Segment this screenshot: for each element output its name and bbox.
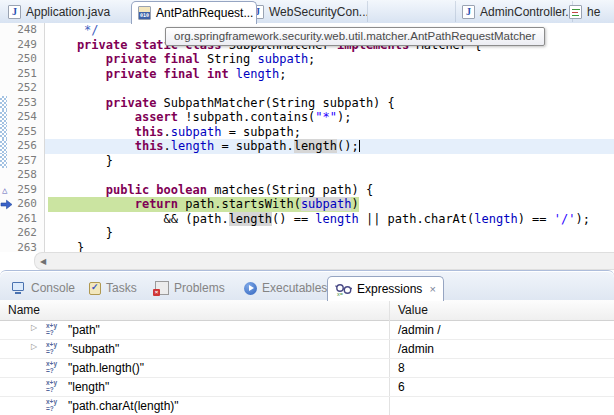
column-header-value[interactable]: Value — [398, 303, 428, 317]
quickdiff-change-marker — [0, 139, 7, 154]
expression-name[interactable]: "length" — [68, 380, 109, 394]
column-header-name[interactable]: Name — [8, 303, 40, 317]
line-number-248[interactable]: 248 — [0, 23, 45, 38]
expression-row[interactable]: ▷x+y=?"subpath"/admin — [0, 340, 614, 359]
tab-label: he — [587, 5, 600, 19]
watch-expression-icon: x+y=? — [46, 399, 64, 412]
tab-problems[interactable]: × Problems — [148, 276, 232, 300]
tab-tasks[interactable]: Tasks — [82, 276, 144, 300]
line-number-261[interactable]: 261 — [0, 212, 45, 227]
expression-name[interactable]: "subpath" — [68, 342, 119, 356]
tab-admincontroller[interactable]: J AdminController... — [455, 1, 573, 22]
expression-name[interactable]: "path" — [68, 323, 100, 337]
tab-label: AntPathRequest... — [156, 6, 253, 20]
method-return-marker-icon: △ — [2, 183, 14, 197]
scroll-left-arrow-icon[interactable]: ◀ — [35, 257, 51, 266]
quickdiff-change-marker — [0, 154, 7, 169]
watch-expression-icon: x+y=? — [46, 380, 64, 393]
expression-value[interactable]: /admin — [398, 342, 434, 356]
tab-label: Executables — [262, 281, 327, 295]
code-line-259[interactable]: △259 public boolean matches(String path)… — [0, 183, 614, 198]
quickdiff-change-marker — [0, 96, 7, 111]
tab-label: Problems — [174, 281, 225, 295]
horizontal-scrollbar[interactable]: ◀ — [34, 252, 614, 270]
expression-value[interactable]: /admin / — [398, 323, 441, 337]
line-number-259[interactable]: △259 — [0, 183, 45, 198]
editor-tab-bar: J Application.java 010 AntPathRequest...… — [0, 0, 614, 24]
line-number-262[interactable]: 262 — [0, 226, 45, 241]
code-line-263[interactable]: 263 } — [0, 241, 614, 253]
line-number-258[interactable]: 258 — [0, 168, 45, 183]
tab-executables[interactable]: Executables — [237, 276, 334, 300]
watch-expression-icon: x+y=? — [46, 361, 64, 374]
java-file-icon: J — [8, 5, 21, 19]
expression-name[interactable]: "path.charAt(length)" — [68, 399, 179, 413]
tab-label: AdminController... — [480, 5, 573, 19]
code-lines: 248 */249 private static class SubpathMa… — [0, 23, 614, 252]
tab-websecuritycon[interactable]: J WebSecurityCon... — [245, 1, 368, 22]
code-line-250[interactable]: 250 private final String subpath; — [0, 52, 614, 67]
line-number-250[interactable]: 250 — [0, 52, 45, 67]
code-line-260[interactable]: 260 return path.startsWith(subpath) — [0, 197, 614, 212]
expressions-table-header[interactable]: Name Value — [0, 300, 614, 321]
problems-icon: × — [155, 281, 169, 295]
code-line-253[interactable]: 253 private SubpathMatcher(String subpat… — [0, 96, 614, 111]
tab-label: Tasks — [106, 281, 137, 295]
tab-label: Expressions — [357, 282, 422, 296]
expressions-rows: ▷x+y=?"path"/admin /▷x+y=?"subpath"/admi… — [0, 321, 614, 415]
watch-expression-icon: x+y=? — [46, 342, 64, 355]
line-number-249[interactable]: 249 — [0, 38, 45, 53]
executables-icon — [244, 282, 257, 295]
text-caret — [359, 140, 361, 152]
class-file-icon: 010 — [138, 6, 151, 20]
expression-row[interactable]: x+y=?"length"6 — [0, 378, 614, 397]
expand-arrow-icon[interactable]: ▷ — [31, 342, 37, 351]
code-line-254[interactable]: 254 assert !subpath.contains("*"); — [0, 110, 614, 125]
watch-expression-icon: x+y=? — [46, 323, 64, 336]
expression-row[interactable]: x+y=?"path.charAt(length)" — [0, 397, 614, 415]
code-line-262[interactable]: 262 } — [0, 226, 614, 241]
expand-arrow-icon[interactable]: ▷ — [31, 323, 37, 332]
close-icon[interactable]: × — [429, 283, 435, 295]
svg-text:x=: x= — [337, 291, 343, 297]
tab-antpathrequest[interactable]: 010 AntPathRequest... × — [131, 1, 257, 24]
code-editor[interactable]: 248 */249 private static class SubpathMa… — [0, 23, 614, 252]
line-number-255[interactable]: 255 — [0, 125, 45, 140]
code-line-255[interactable]: 255 this.subpath = subpath; — [0, 125, 614, 140]
tab-console[interactable]: Console — [5, 276, 82, 300]
line-number-256[interactable]: 256 — [0, 139, 45, 154]
html-file-icon — [569, 5, 582, 19]
hover-tooltip: org.springframework.security.web.util.ma… — [165, 27, 545, 46]
line-number-252[interactable]: 252 — [0, 81, 45, 96]
tab-application-java[interactable]: J Application.java — [2, 1, 143, 22]
quickdiff-change-marker — [0, 125, 7, 140]
java-file-icon: J — [462, 5, 475, 19]
tab-he[interactable]: he — [563, 1, 614, 22]
line-number-254[interactable]: 254 — [0, 110, 45, 125]
code-line-251[interactable]: 251 private final int length; — [0, 67, 614, 82]
expression-value[interactable]: 8 — [398, 361, 405, 375]
tab-label: Console — [31, 281, 75, 295]
view-tab-bar: Console Tasks × Problems Executables x= — [0, 272, 614, 301]
code-line-257[interactable]: 257 } — [0, 154, 614, 169]
line-number-257[interactable]: 257 — [0, 154, 45, 169]
line-number-253[interactable]: 253 — [0, 96, 45, 111]
bottom-view-panel: Console Tasks × Problems Executables x= — [0, 270, 614, 415]
expression-value[interactable]: 6 — [398, 380, 405, 394]
expression-row[interactable]: ▷x+y=?"path"/admin / — [0, 321, 614, 340]
expression-name[interactable]: "path.length()" — [68, 361, 144, 375]
code-line-256[interactable]: 256 this.length = subpath.length(); — [0, 139, 614, 154]
expression-row[interactable]: x+y=?"path.length()"8 — [0, 359, 614, 378]
tab-label: WebSecurityCon... — [269, 5, 368, 19]
expressions-icon: x= — [335, 282, 352, 296]
code-line-252[interactable]: 252 — [0, 81, 614, 96]
line-number-260[interactable]: 260 — [0, 197, 45, 212]
line-number-251[interactable]: 251 — [0, 67, 45, 82]
tab-expressions[interactable]: x= Expressions × — [327, 276, 444, 301]
line-number-263[interactable]: 263 — [0, 241, 45, 253]
code-line-261[interactable]: 261 && (path.length() == length || path.… — [0, 212, 614, 227]
tab-label: Application.java — [26, 5, 110, 19]
console-icon — [12, 282, 26, 294]
quickdiff-change-marker — [0, 110, 7, 125]
code-line-258[interactable]: 258 — [0, 168, 614, 183]
